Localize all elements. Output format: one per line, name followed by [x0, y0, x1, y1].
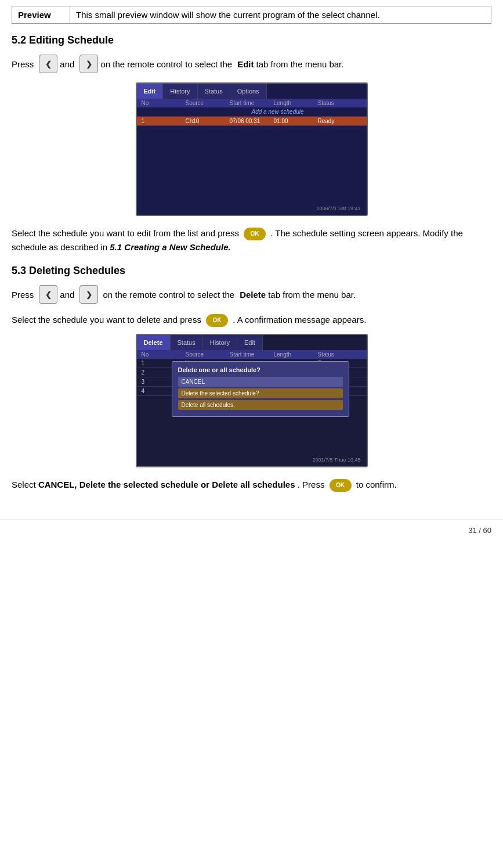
dialog-delete-all[interactable]: Delete all schedules.	[178, 400, 343, 410]
ok-button-confirm[interactable]: OK	[330, 479, 352, 492]
schedule-row-1: 1 Ch10 07/06 00:31 01:00 Ready	[137, 117, 367, 126]
dialog-title: Delete one or all schedule?	[178, 366, 343, 373]
rest-text-1: tab from the menu bar.	[256, 59, 344, 69]
bold-word-1: Edit	[237, 59, 254, 69]
page-footer: 31 / 60	[0, 520, 503, 541]
info-table: Preview This small preview window will s…	[12, 6, 491, 24]
left-arrow-btn-2[interactable]: ❮	[39, 285, 57, 304]
on-remote-text-1: on the remote control to select the	[100, 59, 232, 69]
tab-status-d: Status	[171, 335, 203, 350]
press-word-1: Press	[12, 59, 34, 69]
dialog-delete-selected[interactable]: Delete the selected schedule?	[178, 388, 343, 398]
delete-line-1: Select the schedule you want to delete a…	[12, 313, 491, 327]
delete-desc-1: Select the schedule you want to delete a…	[12, 315, 201, 325]
edit-description: Select the schedule you want to edit fro…	[12, 226, 491, 254]
final-description: Select CANCEL, Delete the selected sched…	[12, 478, 491, 492]
delete-screen: Delete Status History Edit No Source Sta…	[136, 334, 368, 467]
tab-edit: Edit	[137, 84, 164, 99]
tab-history: History	[163, 84, 197, 99]
col-length: Length	[274, 100, 318, 106]
screen-tabs-edit: Edit History Status Options	[137, 84, 367, 99]
confirm-dialog: Delete one or all schedule? CANCEL Delet…	[172, 361, 349, 417]
final-bold: CANCEL, Delete the selected schedule or …	[38, 480, 295, 489]
final-desc-3: to confirm.	[356, 480, 397, 489]
tab-status: Status	[198, 84, 230, 99]
screen-tabs-delete: Delete Status History Edit	[137, 335, 367, 350]
delete-screen-footer: 2001/7/5 Thue 10:45	[313, 457, 361, 463]
rest-text-2: tab from the menu bar.	[268, 290, 356, 300]
preview-value: This small preview window will show the …	[70, 6, 491, 24]
and-word-2: and	[60, 290, 74, 300]
col-starttime: Start time	[230, 100, 274, 106]
right-arrow-btn-1[interactable]: ❯	[79, 55, 98, 73]
tab-delete: Delete	[137, 335, 171, 350]
final-desc-2: . Press	[298, 480, 325, 489]
final-desc-1: Select	[12, 480, 36, 489]
edit-table-header: No Source Start time Length Status	[137, 99, 367, 107]
col-no: No	[142, 100, 186, 106]
left-arrow-btn-1[interactable]: ❮	[39, 55, 57, 73]
edit-bold-ref: 5.1 Creating a New Schedule.	[110, 242, 230, 252]
section1-title: 5.2 Editing Schedule	[12, 34, 491, 46]
page-number: 31 / 60	[468, 526, 491, 535]
delete-desc-2: . A confirmation message appears.	[233, 315, 366, 325]
ok-button-edit[interactable]: OK	[244, 228, 266, 240]
tab-history-d: History	[203, 335, 237, 350]
edit-screen-footer: 2006/7/1 Sat 19:41	[316, 206, 360, 211]
and-word-1: and	[60, 59, 74, 69]
bold-word-2: Delete	[240, 290, 266, 300]
dialog-cancel[interactable]: CANCEL	[178, 377, 343, 387]
ok-button-delete[interactable]: OK	[206, 314, 228, 327]
edit-desc-1: Select the schedule you want to edit fro…	[12, 228, 239, 238]
edit-screen: Edit History Status Options No Source St…	[136, 82, 368, 216]
tab-edit-d: Edit	[237, 335, 263, 350]
col-source: Source	[186, 100, 230, 106]
preview-label: Preview	[12, 6, 70, 24]
delete-table-header: No Source Start time Length Status	[137, 350, 367, 359]
tab-options: Options	[230, 84, 267, 99]
press-line-2: Press ❮ and ❯ on the remote control to s…	[12, 285, 491, 304]
right-arrow-btn-2[interactable]: ❯	[79, 285, 98, 304]
section2-title: 5.3 Deleting Schedules	[12, 265, 491, 277]
col-status: Status	[318, 100, 362, 106]
add-schedule-row: Add a new schedule	[137, 107, 367, 117]
on-remote-text-2: on the remote control to select the	[103, 290, 234, 300]
press-line-1: Press ❮ and ❯ on the remote control to s…	[12, 55, 491, 73]
press-word-2: Press	[12, 290, 34, 300]
